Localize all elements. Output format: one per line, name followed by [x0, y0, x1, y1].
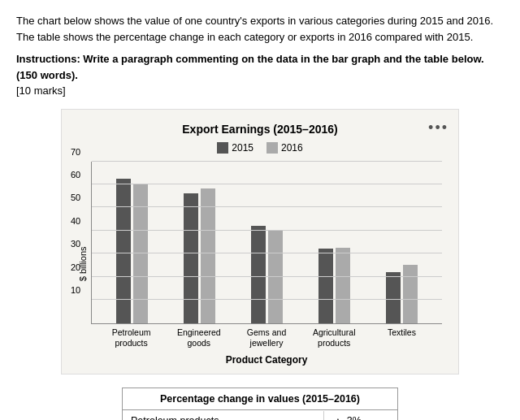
bar-2016 [201, 188, 215, 323]
bar-2015 [184, 193, 198, 323]
grid-line [92, 206, 442, 207]
table-cell-value: ▲3% [324, 410, 397, 420]
x-label: Petroleumproducts [98, 327, 165, 349]
x-axis-title: Product Category [91, 354, 442, 366]
bar-2016 [403, 265, 418, 323]
table-cell-category: Petroleum products [123, 411, 324, 420]
bar-2016 [336, 248, 350, 323]
intro-text: The chart below shows the value of one c… [16, 13, 504, 45]
y-tick: 30 [71, 239, 80, 249]
x-label: Gems andjewellery [232, 327, 300, 349]
grid-line [92, 276, 442, 277]
y-tick: 10 [71, 285, 80, 295]
arrow-up-icon: ▲ [332, 414, 344, 420]
legend-2016: 2016 [266, 142, 303, 154]
x-label: Textiles [368, 327, 436, 349]
table-header: Percentage change in values (2015–2016) [123, 388, 397, 410]
grid-area: 10203040506070 [91, 162, 442, 324]
grid-line [92, 184, 442, 184]
legend-label-2015: 2015 [232, 142, 254, 154]
more-options-button[interactable]: ••• [428, 119, 448, 136]
legend-label-2016: 2016 [281, 142, 303, 154]
table-body: Petroleum products▲3%Engineered goods▲8.… [123, 410, 397, 420]
bar-2015 [318, 249, 333, 323]
legend-box-2015 [217, 142, 228, 154]
y-tick: 40 [71, 216, 80, 226]
grid-line [92, 230, 442, 231]
category-bars [166, 188, 233, 323]
bar-2015 [251, 226, 266, 323]
chart-title: Export Earnings (2015–2016) [78, 123, 442, 136]
bar-2015 [386, 272, 401, 323]
grid-line [92, 253, 442, 253]
y-tick: 60 [71, 170, 80, 180]
instructions-text: Instructions: Write a paragraph commenti… [16, 51, 504, 83]
x-labels: PetroleumproductsEngineeredgoodsGems and… [91, 324, 442, 349]
y-tick: 50 [71, 193, 80, 202]
x-label: Engineeredgoods [165, 327, 232, 349]
legend-box-2016 [266, 142, 278, 154]
grid-line [92, 299, 442, 300]
percentage-table: Percentage change in values (2015–2016) … [122, 388, 398, 420]
table-row: Petroleum products▲3% [123, 410, 397, 420]
category-bars [233, 226, 301, 323]
chart-legend: 2015 2016 [78, 142, 442, 154]
legend-2015: 2015 [217, 142, 254, 154]
y-tick: 70 [71, 147, 80, 157]
category-bars [98, 179, 166, 323]
marks-text: [10 marks] [16, 83, 504, 99]
category-bars [301, 248, 368, 323]
grid-line [92, 161, 442, 162]
bar-2015 [116, 179, 131, 323]
category-bars [368, 265, 436, 323]
chart-body: $ billions 10203040506070 Petroleumprodu… [78, 162, 442, 366]
percentage-value: 3% [347, 415, 362, 420]
y-tick: 20 [71, 262, 80, 272]
chart-inner: 10203040506070 PetroleumproductsEngineer… [91, 162, 442, 366]
chart-area: ••• Export Earnings (2015–2016) 2015 201… [61, 109, 459, 375]
x-label: Agriculturalproducts [301, 327, 368, 349]
